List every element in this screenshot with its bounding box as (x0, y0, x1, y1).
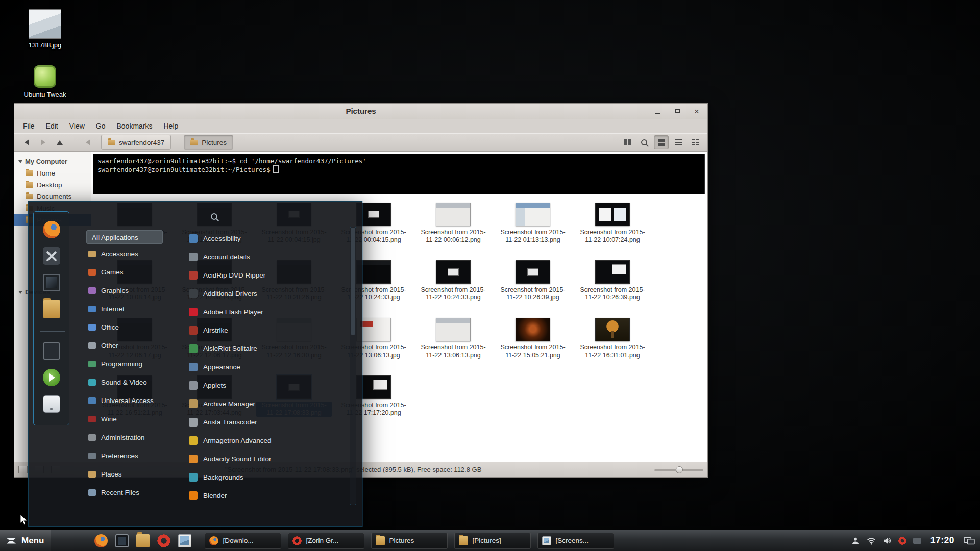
go-menu[interactable]: Go (90, 119, 111, 133)
image-launcher-icon[interactable] (178, 534, 191, 547)
file-menu[interactable]: File (17, 119, 40, 133)
aisleriot-solitaire-app-item[interactable]: AisleRiot Solitaire (187, 339, 345, 358)
menu-scrollbar[interactable] (350, 227, 356, 505)
logout-icon[interactable] (43, 369, 60, 386)
split-view-button[interactable] (620, 135, 635, 149)
screenshot-from-2015-11-22-01-13-13-png-file-item[interactable]: Screenshot from 2015-11-22 01:13:13.png (493, 199, 573, 257)
programming-category[interactable]: Programming (86, 355, 188, 373)
account-details-app-item[interactable]: Account details (187, 247, 345, 266)
compact-view-button[interactable] (688, 135, 702, 149)
sound-video-category[interactable]: Sound & Video (86, 373, 188, 391)
window-titlebar[interactable]: Pictures × (14, 104, 707, 119)
games-category[interactable]: Games (86, 263, 188, 281)
home-sidebar-item[interactable]: Home (14, 167, 91, 179)
icon-view-button[interactable] (654, 135, 669, 149)
menu-search-field[interactable] (86, 210, 186, 223)
pictures-task-button[interactable]: [Pictures] (454, 533, 531, 549)
additional-drivers-app-item[interactable]: Additional Drivers (187, 284, 345, 303)
screenshot-from-2015-11-22-10-07-24-png-file-item[interactable]: Screenshot from 2015-11-22 10:07:24.png (573, 199, 652, 257)
volume-icon[interactable] (883, 536, 892, 545)
sidebar-section-my-computer[interactable]: My Computer (14, 152, 91, 167)
path-scroll-left-button[interactable] (81, 135, 95, 149)
screenshot-icon[interactable] (43, 274, 60, 291)
archive-manager-app-item[interactable]: Archive Manager (187, 394, 345, 413)
applets-app-item[interactable]: Applets (187, 376, 345, 394)
menu-button[interactable]: Menu (0, 530, 51, 551)
screens-task-button[interactable]: [Screens... (537, 533, 614, 549)
preferences-category[interactable]: Preferences (86, 446, 188, 465)
screenshot-from-2015-11-22-10-26-39-png-file-item[interactable]: Screenshot from 2015-11-22 10:26:39.png (573, 257, 652, 315)
graphics-category[interactable]: Graphics (86, 281, 188, 299)
airstrike-app-item[interactable]: Airstrike (187, 321, 345, 339)
breadcrumb-pictures[interactable]: Pictures (184, 135, 233, 150)
backgrounds-app-item[interactable]: Backgrounds (187, 468, 345, 486)
edit-menu[interactable]: Edit (40, 119, 64, 133)
all-applications-button[interactable]: All Applications (86, 230, 163, 244)
places-category[interactable]: Places (86, 465, 188, 483)
back-button[interactable] (19, 135, 34, 149)
up-button[interactable] (52, 135, 67, 149)
wifi-icon[interactable] (867, 536, 876, 545)
universal-access-category[interactable]: Universal Access (86, 391, 188, 410)
armagetron-advanced-app-item[interactable]: Armagetron Advanced (187, 431, 345, 449)
task-button-label: [Pictures] (472, 537, 501, 544)
zoom-slider-handle[interactable] (676, 466, 683, 473)
arista-transcoder-app-item[interactable]: Arista Transcoder (187, 413, 345, 431)
opera-launcher-icon[interactable] (157, 534, 170, 547)
desktop-icon-ubuntu-tweak[interactable]: Ubuntu Tweak (20, 62, 69, 98)
opera-tray-icon[interactable] (898, 537, 906, 545)
screenshot-from-2015-11-22-16-31-01-png-file-item[interactable]: Screenshot from 2015-11-22 16:31:01.png (573, 315, 652, 372)
search-button[interactable] (637, 135, 652, 149)
task-button-label: [Downlo... (223, 537, 253, 544)
adobe-flash-player-app-item[interactable]: Adobe Flash Player (187, 303, 345, 321)
folder-icon[interactable] (43, 300, 60, 318)
appearance-app-item[interactable]: Appearance (187, 358, 345, 376)
tools-icon[interactable] (43, 247, 60, 265)
firefox-launcher-icon[interactable] (94, 534, 108, 547)
power-icon[interactable] (43, 395, 60, 413)
audacity-sound-editor-app-item[interactable]: Audacity Sound Editor (187, 449, 345, 468)
accessibility-app-item[interactable]: Accessibility (187, 229, 345, 247)
minimize-button[interactable] (651, 106, 665, 117)
recent-files-category[interactable]: Recent Files (86, 483, 188, 502)
desktop-icon-131788-jpg[interactable]: 131788.jpg (20, 9, 69, 49)
display-launcher-icon[interactable] (115, 534, 129, 547)
indicator-icon[interactable] (913, 538, 921, 544)
other-category[interactable]: Other (86, 336, 188, 355)
blender-app-item[interactable]: Blender (187, 486, 345, 505)
maximize-button[interactable] (671, 106, 684, 117)
downlo-task-button[interactable]: [Downlo... (205, 533, 281, 549)
monitor-icon[interactable] (43, 342, 60, 360)
close-button[interactable]: × (690, 106, 703, 117)
acidrip-dvd-ripper-app-item[interactable]: AcidRip DVD Ripper (187, 266, 345, 284)
accessories-category[interactable]: Accessories (86, 244, 188, 263)
forward-button[interactable] (36, 135, 51, 149)
desktop-sidebar-item[interactable]: Desktop (14, 179, 91, 191)
view-menu[interactable]: View (64, 119, 90, 133)
statusbar-places-icon[interactable] (18, 466, 28, 473)
firefox-icon[interactable] (43, 221, 60, 238)
pictures-task-button[interactable]: Pictures (371, 533, 448, 549)
displays-icon[interactable] (964, 536, 975, 545)
screenshot-from-2015-11-22-00-06-12-png-file-item[interactable]: Screenshot from 2015-11-22 00:06:12.png (413, 199, 493, 257)
folder-launcher-icon[interactable] (136, 534, 150, 547)
embedded-terminal[interactable]: swarfendor437@zorin9ultimate32bit:~$ cd … (93, 154, 705, 194)
internet-category[interactable]: Internet (86, 299, 188, 318)
list-view-button[interactable] (671, 135, 685, 149)
bookmarks-menu[interactable]: Bookmarks (111, 119, 158, 133)
breadcrumb-label: Pictures (202, 139, 227, 146)
wine-category[interactable]: Wine (86, 410, 188, 428)
office-category[interactable]: Office (86, 318, 188, 336)
administration-category[interactable]: Administration (86, 428, 188, 446)
help-menu[interactable]: Help (158, 119, 184, 133)
screenshot-from-2015-11-22-10-26-39-jpg-file-item[interactable]: Screenshot from 2015-11-22 10:26:39.jpg (493, 257, 573, 315)
screenshot-from-2015-11-22-15-05-21-png-file-item[interactable]: Screenshot from 2015-11-22 15:05:21.png (493, 315, 573, 372)
zorin-gr-task-button[interactable]: [Zorin Gr... (288, 533, 364, 549)
clock[interactable]: 17:20 (930, 535, 954, 546)
menu-scrollbar-handle[interactable] (351, 228, 355, 335)
screenshot-from-2015-11-22-10-24-33-png-file-item[interactable]: Screenshot from 2015-11-22 10:24:33.png (413, 257, 493, 315)
zoom-slider[interactable] (654, 465, 703, 474)
user-icon[interactable] (851, 536, 860, 545)
screenshot-from-2015-11-22-13-06-13-png-file-item[interactable]: Screenshot from 2015-11-22 13:06:13.png (413, 315, 493, 372)
breadcrumb-home[interactable]: swarfendor437 (101, 135, 171, 150)
